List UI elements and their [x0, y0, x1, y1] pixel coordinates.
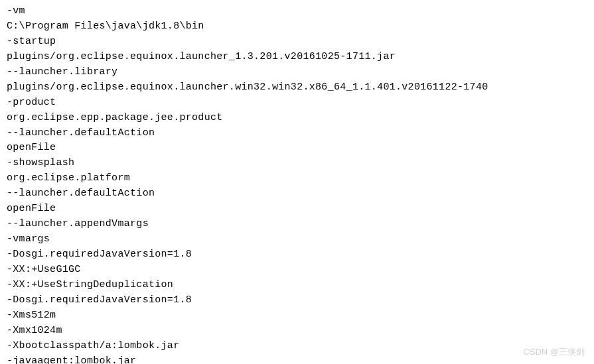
config-line: -Xms512m — [7, 308, 587, 324]
config-line: -startup — [7, 34, 587, 50]
config-line: -vm — [7, 4, 587, 19]
config-file-content: -vm C:\Program Files\java\jdk1.8\bin -st… — [7, 4, 587, 364]
config-line: -Dosgi.requiredJavaVersion=1.8 — [7, 293, 587, 308]
config-line: -javaagent:lombok.jar — [7, 354, 587, 364]
config-line: -showsplash — [7, 156, 587, 171]
config-line: plugins/org.eclipse.equinox.launcher_1.3… — [7, 50, 587, 65]
config-line: -Xmx1024m — [7, 324, 587, 339]
config-line: -product — [7, 95, 587, 111]
config-line: org.eclipse.platform — [7, 171, 587, 186]
config-line: C:\Program Files\java\jdk1.8\bin — [7, 19, 587, 34]
config-line: --launcher.appendVmargs — [7, 217, 587, 232]
config-line: -vmargs — [7, 232, 587, 247]
config-line: openFile — [7, 202, 587, 217]
config-line: -Xbootclasspath/a:lombok.jar — [7, 339, 587, 354]
config-line: --launcher.defaultAction — [7, 126, 587, 141]
config-line: -XX:+UseStringDeduplication — [7, 278, 587, 293]
config-line: -XX:+UseG1GC — [7, 263, 587, 278]
config-line: plugins/org.eclipse.equinox.launcher.win… — [7, 80, 587, 95]
config-line: --launcher.defaultAction — [7, 186, 587, 202]
watermark-text: CSDN @三侠剑 — [523, 345, 585, 359]
config-line: org.eclipse.epp.package.jee.product — [7, 111, 587, 126]
config-line: openFile — [7, 141, 587, 156]
config-line: --launcher.library — [7, 65, 587, 80]
config-line: -Dosgi.requiredJavaVersion=1.8 — [7, 247, 587, 263]
